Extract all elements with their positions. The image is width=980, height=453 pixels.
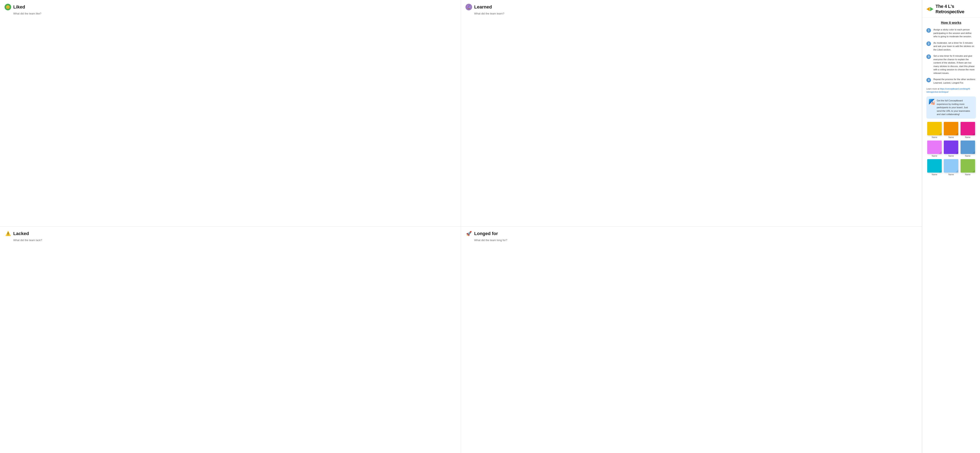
step-1-text: Assign a sticky color to each person par…: [934, 28, 976, 38]
sidebar-content: How it works 1 Assign a sticky color to …: [922, 17, 980, 179]
sticky-label: Name: [965, 155, 970, 157]
step-3: 3 Set a new timer for 8 minutes and give…: [926, 54, 976, 75]
quadrant-liked: 😊 Liked What did the team like?: [0, 0, 461, 227]
invite-box: Get the full Conceptboard experience by …: [926, 97, 976, 119]
step-4: 4 Repeat the process for the other secti…: [926, 78, 976, 84]
quadrant-learned: 🔮 Learned What did the team learn?: [461, 0, 922, 227]
sticky-item: Name: [927, 122, 942, 138]
sticky-item: Name: [961, 159, 975, 176]
sticky-note: [961, 122, 975, 135]
sticky-note: [944, 140, 958, 154]
sticky-label: Name: [948, 155, 954, 157]
step-2-text: As moderator, set a timer for 3 minutes …: [934, 41, 976, 51]
steps-list: 1 Assign a sticky color to each person p…: [926, 28, 976, 84]
quadrant-learned-header: 🔮 Learned: [466, 4, 917, 10]
sidebar: The 4 L's Retrospective How it works 1 A…: [922, 0, 980, 453]
quadrant-liked-header: 😊 Liked: [5, 4, 456, 10]
sticky-label: Name: [948, 136, 954, 138]
sticky-note: [944, 159, 958, 173]
sticky-label: Name: [965, 173, 970, 176]
sticky-label: Name: [965, 136, 970, 138]
invite-text: Get the full Conceptboard experience by …: [937, 99, 974, 116]
step-2-number: 2: [926, 41, 931, 46]
sticky-item: Name: [944, 140, 958, 157]
liked-title: Liked: [13, 4, 25, 10]
lacked-icon: ⚠️: [5, 230, 11, 237]
step-4-text: Repeat the process for the other section…: [934, 78, 976, 84]
sticky-note: [927, 159, 942, 173]
longed-icon: 🚀: [466, 230, 472, 237]
sidebar-title: The 4 L's Retrospective: [935, 4, 976, 14]
step-3-number: 3: [926, 54, 931, 59]
sticky-label: Name: [932, 136, 937, 138]
arrow-left-icon: [926, 7, 930, 11]
sticky-label: Name: [932, 155, 937, 157]
quadrant-longed: 🚀 Longed for What did the team long for?: [461, 227, 922, 453]
sticky-note: [944, 122, 958, 135]
liked-icon: 😊: [5, 4, 11, 10]
step-3-text: Set a new timer for 8 minutes and give e…: [934, 54, 976, 75]
sticky-item: Name: [961, 140, 975, 157]
header-arrows-icon: [926, 7, 934, 11]
sticky-item: Name: [944, 159, 958, 176]
sticky-item: Name: [944, 122, 958, 138]
step-1-number: 1: [926, 28, 931, 33]
sticky-item: Name: [927, 140, 942, 157]
step-4-number: 4: [926, 78, 931, 83]
stickies-grid: NameNameNameNameNameNameNameNameName: [926, 122, 976, 176]
sticky-note: [961, 159, 975, 173]
lacked-subtitle: What did the team lack?: [13, 238, 456, 242]
liked-subtitle: What did the team like?: [13, 12, 456, 15]
sticky-label: Name: [932, 173, 937, 176]
sticky-note: [927, 122, 942, 135]
sticky-note: [961, 140, 975, 154]
sticky-note: [927, 140, 942, 154]
arrow-right-icon: [930, 7, 934, 11]
lacked-title: Lacked: [13, 231, 29, 236]
quadrant-lacked: ⚠️ Lacked What did the team lack?: [0, 227, 461, 453]
learn-more-text: Learn more at https://conceptboard.com/b…: [926, 87, 976, 94]
longed-subtitle: What did the team long for?: [474, 238, 917, 242]
step-2: 2 As moderator, set a timer for 3 minute…: [926, 41, 976, 51]
canvas-area: 😊 Liked What did the team like? 🔮 Learne…: [0, 0, 922, 453]
learned-icon: 🔮: [466, 4, 472, 10]
sidebar-header: The 4 L's Retrospective: [922, 0, 980, 17]
quadrant-lacked-header: ⚠️ Lacked: [5, 230, 456, 237]
sticky-item: Name: [961, 122, 975, 138]
sticky-label: Name: [948, 173, 954, 176]
longed-title: Longed for: [474, 231, 498, 236]
conceptboard-icon: [929, 99, 935, 105]
sticky-item: Name: [927, 159, 942, 176]
learned-title: Learned: [474, 4, 492, 10]
quadrant-longed-header: 🚀 Longed for: [466, 230, 917, 237]
how-it-works-heading: How it works: [926, 21, 976, 25]
step-1: 1 Assign a sticky color to each person p…: [926, 28, 976, 38]
learned-subtitle: What did the team learn?: [474, 12, 917, 15]
